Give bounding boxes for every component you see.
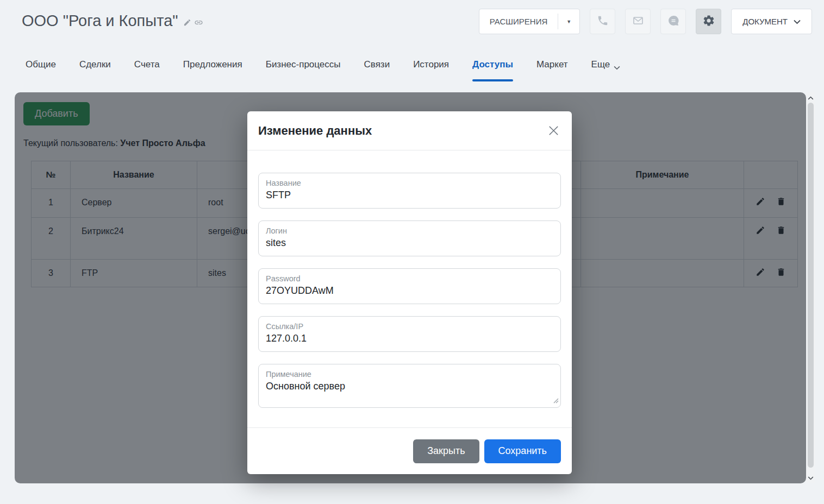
tab-istoriya[interactable]: История: [413, 59, 449, 81]
chevron-down-icon: [614, 62, 620, 73]
tab-predlozheniya[interactable]: Предложения: [183, 59, 242, 81]
name-field-group: Название: [258, 173, 561, 209]
mail-icon: [632, 14, 645, 29]
phone-button[interactable]: [590, 9, 615, 34]
close-button[interactable]: Закрыть: [413, 439, 479, 463]
scroll-down-icon[interactable]: [806, 473, 815, 483]
login-field-group: Логин: [258, 220, 561, 256]
tab-market[interactable]: Маркет: [536, 59, 568, 81]
login-field-label: Логин: [266, 226, 553, 236]
company-name: ООО "Рога и Копыта": [22, 12, 178, 30]
chat-icon: [667, 14, 680, 29]
tab-scheta[interactable]: Счета: [134, 59, 160, 81]
edit-data-modal: Изменение данных Название Логин Password…: [247, 111, 572, 474]
password-field-label: Password: [266, 274, 553, 284]
tab-obschie[interactable]: Общие: [26, 59, 56, 81]
modal-title: Изменение данных: [258, 124, 372, 138]
name-input[interactable]: [266, 188, 553, 202]
tab-dostupy[interactable]: Доступы: [472, 59, 513, 81]
note-textarea[interactable]: Основной сервер: [266, 380, 553, 396]
tab-esche[interactable]: Еще: [591, 59, 621, 81]
modal-body: Название Логин Password Ссылка/IP Примеч…: [247, 150, 572, 408]
modal-header: Изменение данных: [247, 111, 572, 150]
chat-button[interactable]: [660, 9, 686, 34]
header-actions: РАСШИРЕНИЯ ▼ ДОКУМЕНТ: [479, 9, 812, 34]
note-field-group: Примечание Основной сервер: [258, 364, 561, 408]
vertical-scrollbar[interactable]: [806, 92, 815, 483]
scroll-up-icon[interactable]: [806, 93, 815, 103]
mail-button[interactable]: [625, 9, 651, 34]
password-input[interactable]: [266, 284, 553, 298]
close-icon[interactable]: [547, 124, 560, 137]
tab-svyazi[interactable]: Связи: [364, 59, 390, 81]
login-input[interactable]: [266, 236, 553, 250]
document-button[interactable]: ДОКУМЕНТ: [731, 9, 812, 34]
name-field-label: Название: [266, 178, 553, 188]
active-tab-underline: [472, 79, 513, 81]
link-icon[interactable]: [194, 18, 203, 27]
document-label: ДОКУМЕНТ: [742, 17, 788, 26]
phone-icon: [597, 15, 609, 29]
scrollbar-thumb[interactable]: [808, 103, 814, 468]
modal-footer: Закрыть Сохранить: [247, 427, 572, 474]
page-title: ООО "Рога и Копыта": [22, 12, 203, 30]
extensions-label: РАСШИРЕНИЯ: [479, 17, 558, 26]
settings-button[interactable]: [696, 9, 721, 34]
tab-sdelki[interactable]: Сделки: [79, 59, 111, 81]
resize-handle-icon[interactable]: [553, 396, 559, 406]
note-field-label: Примечание: [266, 369, 553, 380]
url-ip-field-group: Ссылка/IP: [258, 316, 561, 352]
url-ip-field-label: Ссылка/IP: [266, 322, 553, 332]
extensions-dropdown-caret-icon[interactable]: ▼: [558, 19, 579, 24]
extensions-button[interactable]: РАСШИРЕНИЯ ▼: [479, 9, 580, 34]
chevron-down-icon: [794, 17, 801, 26]
url-ip-input[interactable]: [266, 332, 553, 345]
gear-icon: [702, 14, 715, 29]
password-field-group: Password: [258, 268, 561, 304]
tab-biznes-processy[interactable]: Бизнес-процессы: [266, 59, 341, 81]
save-button[interactable]: Сохранить: [484, 439, 561, 463]
edit-title-icon[interactable]: [183, 18, 191, 27]
tab-bar: Общие Сделки Счета Предложения Бизнес-пр…: [26, 59, 620, 81]
